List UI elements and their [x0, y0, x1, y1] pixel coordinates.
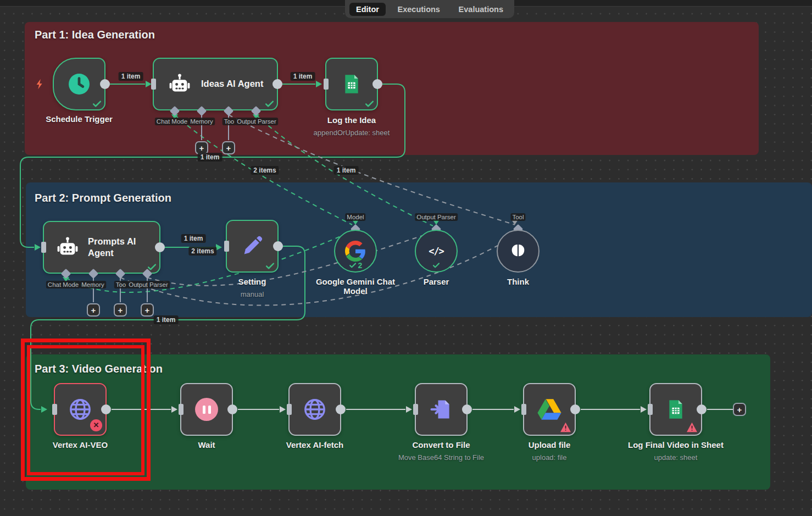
output-port[interactable]: [462, 404, 472, 414]
input-port[interactable]: [324, 79, 329, 90]
node-wait[interactable]: [180, 383, 233, 436]
input-port[interactable]: [521, 404, 526, 415]
input-port[interactable]: [648, 404, 653, 415]
port-label-chat-model: Chat Mode: [155, 118, 189, 125]
port-label-model: Model: [345, 213, 365, 221]
success-check-icon: [265, 260, 275, 271]
input-port[interactable]: [413, 404, 418, 415]
port-label-chat-model: Chat Mode: [46, 281, 80, 288]
node-ideas-ai-agent[interactable]: Ideas AI Agent: [153, 58, 278, 110]
node-subtitle-convert-to-file: Move Base64 String to File: [398, 453, 484, 462]
node-inline-label: Prompts AIAgent: [88, 236, 136, 259]
edge-arrow: [35, 244, 41, 251]
input-port[interactable]: [224, 241, 229, 252]
node-schedule-trigger[interactable]: [53, 58, 105, 110]
port-label-output-parser: Output Parser: [235, 118, 278, 125]
node-convert-to-file[interactable]: [415, 383, 468, 436]
globe-icon: [302, 396, 328, 423]
node-label-convert-to-file: Convert to File: [412, 440, 470, 450]
node-setting[interactable]: [226, 220, 279, 273]
node-label-vertex-ai-fetch: Vertex AI-fetch: [286, 440, 343, 450]
edge-label: 1 item: [291, 72, 315, 81]
warning-badge-icon: [686, 422, 698, 432]
port-label-tool: Too: [223, 118, 236, 125]
output-port[interactable]: [336, 404, 346, 414]
view-tabbar: Editor Executions Evaluations: [345, 0, 514, 18]
add-output-parser-button[interactable]: +: [141, 303, 154, 317]
add-memory-button[interactable]: +: [87, 303, 100, 317]
output-port[interactable]: [155, 242, 165, 252]
output-port[interactable]: [372, 79, 382, 89]
node-upload-file[interactable]: [523, 383, 576, 436]
node-think[interactable]: [497, 230, 540, 273]
edge-label: 1 item: [198, 153, 223, 162]
port-label-memory: Memory: [188, 118, 215, 125]
pause-icon: [195, 398, 218, 421]
input-port[interactable]: [179, 404, 183, 415]
node-label-parser: Parser: [424, 277, 449, 286]
node-label-log-the-idea: Log the Idea: [327, 115, 376, 125]
success-check-count: 2: [349, 261, 363, 269]
add-tool-button[interactable]: +: [222, 141, 235, 154]
node-label-upload-file: Upload file: [529, 440, 571, 450]
annotation-highlight-inner: [27, 345, 144, 475]
edge-label: 2 items: [251, 166, 279, 175]
node-subtitle-log-the-idea: appendOrUpdate: sheet: [314, 129, 390, 137]
success-check-icon: [432, 261, 441, 269]
node-prompts-ai-agent[interactable]: Prompts AIAgent: [43, 221, 160, 274]
success-check-icon: [92, 98, 102, 109]
edge-label: 1 item: [334, 166, 359, 175]
output-port[interactable]: [273, 241, 283, 251]
port-label-output-parser: Output Parser: [127, 281, 170, 288]
input-port[interactable]: [287, 404, 292, 415]
warning-badge-icon: [560, 422, 571, 432]
port-label-tool: Too: [114, 281, 128, 288]
port-label-tool: Tool: [510, 213, 525, 221]
node-vertex-ai-fetch[interactable]: [288, 383, 341, 436]
edge-arrow: [514, 406, 520, 413]
output-port[interactable]: [697, 404, 707, 414]
node-label-schedule-trigger: Schedule Trigger: [46, 114, 113, 124]
edge-arrow: [406, 406, 412, 413]
input-port[interactable]: [41, 242, 46, 253]
edge-arrow: [280, 406, 286, 413]
add-next-node-button[interactable]: +: [733, 403, 746, 416]
node-label-setting: Setting: [238, 277, 266, 286]
input-port[interactable]: [151, 79, 156, 90]
trigger-bolt-icon: [34, 78, 46, 90]
node-subtitle-upload-file: upload: file: [532, 453, 567, 462]
pencil-icon: [240, 234, 265, 259]
edge-label: 1 item: [181, 234, 206, 243]
tab-executions[interactable]: Executions: [391, 3, 447, 16]
node-parser[interactable]: </>: [415, 230, 458, 273]
edge-label: 1 item: [154, 315, 179, 324]
output-port[interactable]: [272, 79, 282, 89]
edge-label: 1 item: [119, 72, 143, 81]
node-log-the-idea[interactable]: [325, 58, 378, 110]
file-convert-icon: [429, 397, 453, 421]
tab-evaluations[interactable]: Evaluations: [452, 3, 510, 16]
add-tool-button[interactable]: +: [114, 303, 127, 317]
output-port[interactable]: [100, 79, 110, 89]
output-port[interactable]: [227, 404, 237, 414]
output-port[interactable]: [570, 404, 580, 414]
port-label-output-parser: Output Parser: [415, 213, 458, 221]
node-label-think: Think: [507, 277, 529, 286]
edge-arrow: [171, 406, 177, 413]
success-check-icon: [264, 98, 275, 109]
edge-arrow: [316, 81, 322, 87]
tab-editor[interactable]: Editor: [349, 3, 386, 16]
node-log-final-video-in-sheet[interactable]: [649, 383, 702, 436]
node-subtitle-setting: manual: [241, 290, 264, 298]
node-label-gemini: Google Gemini ChatModel: [316, 277, 395, 296]
robot-icon: [55, 235, 80, 260]
node-label-log-final-video: Log Final Video in Sheet: [628, 440, 724, 450]
edge-arrow: [641, 406, 647, 413]
google-g-icon: [345, 241, 366, 262]
workflow-canvas[interactable]: Part 1: Idea Generation Part 2: Prompt G…: [0, 0, 812, 516]
node-google-gemini-chat-model[interactable]: 2: [334, 230, 377, 273]
brain-icon: [509, 242, 527, 260]
edge-arrow: [216, 244, 222, 251]
google-sheets-icon: [341, 73, 363, 95]
success-check-icon: [364, 98, 375, 109]
